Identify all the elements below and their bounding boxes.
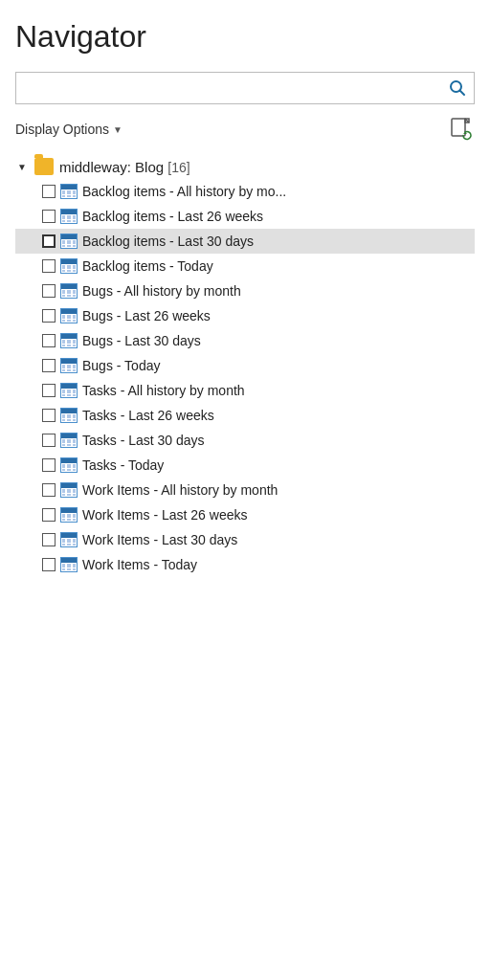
tree-item-label: Bugs - Last 30 days — [82, 333, 201, 348]
grid-icon — [60, 507, 78, 523]
tree-item-label: Work Items - Last 30 days — [82, 532, 237, 547]
grid-icon — [60, 532, 78, 547]
tree-item[interactable]: Work Items - Today — [15, 552, 475, 577]
tree-item-label: Work Items - Last 26 weeks — [82, 507, 247, 523]
tree-item[interactable]: Backlog items - Last 30 days — [15, 229, 475, 254]
grid-icon — [60, 308, 78, 323]
tree-item[interactable]: Backlog items - Today — [15, 254, 475, 278]
tree-item[interactable]: Work Items - All history by month — [15, 478, 475, 502]
tree-item-checkbox[interactable] — [42, 434, 56, 447]
tree-item[interactable]: Tasks - Last 26 weeks — [15, 403, 475, 428]
root-label: middleway: Blog [16] — [59, 159, 190, 175]
grid-icon — [60, 433, 78, 448]
tree-item-checkbox[interactable] — [42, 234, 56, 248]
search-input[interactable] — [16, 77, 441, 100]
tree-root[interactable]: ▼ middleway: Blog [16] — [15, 154, 475, 179]
tree-item[interactable]: Work Items - Last 26 weeks — [15, 502, 475, 527]
tree-item[interactable]: Bugs - All history by month — [15, 278, 475, 303]
svg-marker-4 — [463, 132, 467, 134]
tree-item[interactable]: Work Items - Last 30 days — [15, 527, 475, 552]
tree-item-label: Backlog items - Last 26 weeks — [82, 209, 263, 224]
tree-item[interactable]: Bugs - Last 30 days — [15, 328, 475, 353]
tree-item-label: Backlog items - All history by mo... — [82, 184, 286, 199]
search-icon — [449, 79, 466, 97]
tree-item-label: Bugs - Today — [82, 358, 160, 373]
tree-item[interactable]: Backlog items - Last 26 weeks — [15, 204, 475, 229]
tree-item-checkbox[interactable] — [42, 483, 56, 497]
chevron-down-icon: ▼ — [113, 124, 122, 135]
tree-item-checkbox[interactable] — [42, 185, 56, 198]
collapse-arrow-icon: ▼ — [17, 162, 27, 172]
tree: ▼ middleway: Blog [16] Backlog items - A… — [15, 154, 475, 577]
tree-item-checkbox[interactable] — [42, 409, 56, 422]
tree-item-checkbox[interactable] — [42, 259, 56, 273]
svg-line-1 — [460, 91, 465, 96]
tree-item-label: Tasks - Today — [82, 457, 164, 473]
tree-item[interactable]: Backlog items - All history by mo... — [15, 179, 475, 204]
tree-item-checkbox[interactable] — [42, 334, 56, 347]
tree-item-label: Tasks - All history by month — [82, 383, 245, 398]
svg-rect-2 — [452, 119, 465, 136]
search-bar — [15, 72, 475, 104]
grid-icon — [60, 408, 78, 423]
tree-item[interactable]: Tasks - Today — [15, 453, 475, 478]
grid-icon — [60, 258, 78, 274]
grid-icon — [60, 457, 78, 473]
new-report-icon — [449, 117, 474, 142]
tree-item-label: Work Items - Today — [82, 557, 197, 572]
tree-item-checkbox[interactable] — [42, 309, 56, 323]
tree-item-checkbox[interactable] — [42, 384, 56, 397]
tree-item-checkbox[interactable] — [42, 533, 56, 546]
tree-item-checkbox[interactable] — [42, 284, 56, 298]
tree-item[interactable]: Bugs - Today — [15, 353, 475, 378]
navigator-panel: Navigator Display Options ▼ — [0, 0, 490, 596]
grid-icon — [60, 209, 78, 224]
tree-item-checkbox[interactable] — [42, 458, 56, 472]
grid-icon — [60, 482, 78, 498]
grid-icon — [60, 283, 78, 299]
grid-icon — [60, 234, 78, 249]
tree-item-label: Backlog items - Today — [82, 258, 213, 274]
page-title: Navigator — [15, 19, 475, 55]
tree-items-list: Backlog items - All history by mo... Bac… — [15, 179, 475, 577]
tree-item[interactable]: Tasks - All history by month — [15, 378, 475, 403]
toolbar: Display Options ▼ — [15, 116, 475, 143]
grid-icon — [60, 557, 78, 572]
tree-item-checkbox[interactable] — [42, 558, 56, 571]
tree-item-label: Work Items - All history by month — [82, 482, 278, 498]
tree-item-checkbox[interactable] — [42, 359, 56, 372]
folder-icon — [34, 158, 54, 175]
grid-icon — [60, 184, 78, 199]
tree-item-label: Bugs - All history by month — [82, 283, 241, 299]
tree-item-checkbox[interactable] — [42, 508, 56, 522]
grid-icon — [60, 358, 78, 373]
root-count: [16] — [167, 160, 189, 175]
tree-item[interactable]: Tasks - Last 30 days — [15, 428, 475, 453]
tree-item-label: Tasks - Last 26 weeks — [82, 408, 214, 423]
display-options-label: Display Options — [15, 122, 109, 137]
tree-item[interactable]: Bugs - Last 26 weeks — [15, 303, 475, 328]
tree-item-checkbox[interactable] — [42, 210, 56, 223]
grid-icon — [60, 333, 78, 348]
grid-icon — [60, 383, 78, 398]
search-button[interactable] — [441, 72, 474, 104]
tree-item-label: Backlog items - Last 30 days — [82, 234, 254, 249]
new-report-button[interactable] — [448, 116, 475, 143]
display-options-button[interactable]: Display Options ▼ — [15, 122, 122, 137]
tree-item-label: Bugs - Last 26 weeks — [82, 308, 211, 323]
tree-item-label: Tasks - Last 30 days — [82, 433, 205, 448]
